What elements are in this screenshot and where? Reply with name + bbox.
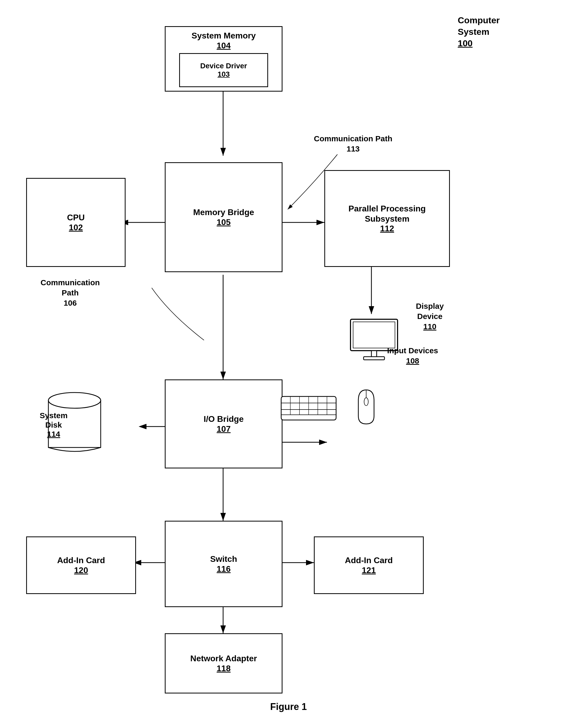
svg-point-41 [48,392,101,408]
switch-box: Switch 116 [165,521,282,607]
svg-rect-18 [363,357,384,360]
add-in-card-121-box: Add-In Card 121 [314,537,424,594]
display-device-label: Display Device 110 [416,301,444,332]
keyboard-icon [280,395,337,422]
add-in-card-120-box: Add-In Card 120 [26,537,136,594]
computer-system-title: Computer System 100 [458,15,500,48]
svg-point-39 [364,398,368,406]
io-bridge-box: I/O Bridge 107 [165,380,282,468]
comm-path-113-label: Communication Path 113 [314,133,392,154]
system-memory-box: System Memory 104 Device Driver 103 [165,26,282,92]
arrows-svg [0,0,577,728]
svg-rect-17 [372,350,377,357]
display-device [332,301,416,380]
parallel-processing-box: Parallel Processing Subsystem 112 [324,170,450,267]
mouse-icon [353,387,379,427]
cpu-box: CPU 102 [26,178,126,267]
memory-bridge-box: Memory Bridge 105 [165,162,282,272]
figure-caption: Figure 1 [0,701,577,712]
svg-rect-16 [353,322,395,348]
device-driver-box: Device Driver 103 [179,53,268,87]
computer-system-label: Computer System 100 [458,15,500,49]
network-adapter-box: Network Adapter 118 [165,633,282,694]
diagram-container: Computer System 100 System Memory 104 De… [0,0,577,728]
system-disk: System Disk 114 [22,387,127,461]
comm-path-106-label: Communication Path 106 [40,277,100,308]
input-devices-label: Input Devices 108 [387,345,438,366]
